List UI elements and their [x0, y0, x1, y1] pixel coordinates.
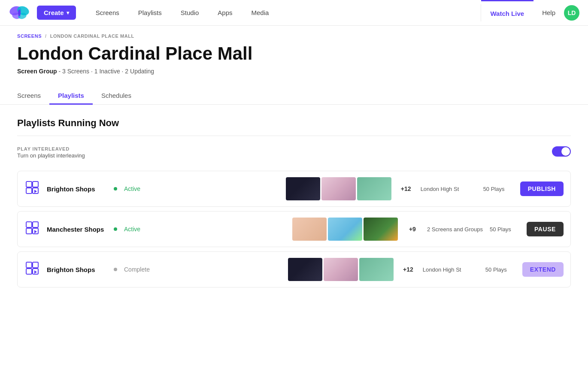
- status-label-2: Complete: [124, 266, 154, 273]
- status-label-1: Active: [124, 226, 154, 233]
- thumb-1-0: [292, 218, 327, 241]
- svg-rect-12: [26, 228, 32, 234]
- thumb-1-1: [328, 218, 362, 241]
- svg-rect-5: [26, 181, 32, 187]
- playlist-row-1: Manchester Shops Active +9 2 Screens and…: [17, 211, 571, 247]
- svg-rect-11: [33, 222, 38, 227]
- svg-point-4: [18, 9, 21, 16]
- tab-schedules[interactable]: Schedules: [93, 88, 140, 105]
- playlist-name-2: Brighton Shops: [47, 266, 107, 273]
- svg-marker-19: [34, 270, 37, 274]
- meta-detail: - 3 Screens · 1 Inactive · 2 Updating: [58, 68, 154, 75]
- navigation: Create ▾ Screens Playlists Studio Apps M…: [0, 0, 588, 26]
- avatar[interactable]: LD: [564, 5, 579, 21]
- svg-rect-6: [33, 181, 38, 187]
- pause-button-1[interactable]: PAUSE: [527, 222, 564, 236]
- tab-screens[interactable]: Screens: [17, 88, 49, 105]
- playlist-name-0: Brighton Shops: [47, 185, 107, 193]
- extra-count-2: +12: [400, 266, 416, 273]
- nav-help[interactable]: Help: [542, 9, 555, 16]
- breadcrumb-separator: /: [45, 33, 47, 39]
- interleaved-row: PLAY INTERLEAVED Turn on playlist interl…: [17, 146, 571, 159]
- svg-rect-10: [26, 222, 32, 227]
- breadcrumb: SCREENS / LONDON CARDINAL PLACE MALL: [0, 26, 588, 39]
- location-0: London High St: [421, 186, 476, 192]
- thumb-1-2: [364, 218, 398, 241]
- nav-links: Screens Playlists Studio Apps Media: [86, 0, 481, 26]
- plays-2: 50 Plays: [485, 266, 515, 273]
- playlist-row: Brighton Shops Active +12 London High St…: [17, 171, 571, 207]
- nav-screens[interactable]: Screens: [86, 0, 129, 26]
- section-divider: [17, 136, 571, 136]
- thumb-2-2: [359, 258, 394, 281]
- playlist-icon-2: [24, 261, 40, 278]
- interleaved-label: PLAY INTERLEAVED: [17, 146, 543, 151]
- create-label: Create: [44, 9, 64, 16]
- status-dot-2: [114, 268, 117, 271]
- create-button[interactable]: Create ▾: [37, 6, 76, 20]
- interleaved-description: Turn on playlist interleaving: [17, 152, 543, 159]
- plays-1: 50 Plays: [490, 226, 520, 233]
- nav-apps[interactable]: Apps: [208, 0, 242, 26]
- logo[interactable]: [9, 2, 30, 24]
- nav-watch-live[interactable]: Watch Live: [481, 0, 534, 26]
- location-2: London High St: [423, 266, 479, 273]
- interleaved-toggle[interactable]: [552, 146, 571, 157]
- svg-rect-17: [26, 269, 32, 274]
- thumb-0-0: [286, 177, 320, 200]
- status-dot-0: [114, 187, 117, 191]
- status-label-0: Active: [124, 185, 154, 192]
- nav-right: Watch Live Help LD: [481, 0, 580, 26]
- svg-marker-9: [34, 190, 37, 193]
- svg-rect-15: [26, 262, 32, 268]
- thumbnails-1: [292, 218, 398, 241]
- nav-playlists[interactable]: Playlists: [129, 0, 171, 26]
- content: Playlists Running Now PLAY INTERLEAVED T…: [0, 105, 588, 305]
- svg-marker-14: [34, 230, 37, 233]
- page-meta: Screen Group - 3 Screens · 1 Inactive · …: [17, 68, 571, 75]
- breadcrumb-current: LONDON CARDINAL PLACE MALL: [50, 33, 134, 39]
- page-header: London Cardinal Place Mall Screen Group …: [0, 39, 588, 75]
- playlist-icon-1: [24, 221, 40, 237]
- playlist-row-2: Brighton Shops Complete +12 London High …: [17, 251, 571, 287]
- status-dot-1: [114, 227, 117, 231]
- thumb-2-1: [324, 258, 358, 281]
- extra-count-1: +9: [405, 226, 420, 233]
- tab-playlists[interactable]: Playlists: [49, 88, 93, 105]
- nav-media[interactable]: Media: [242, 0, 279, 26]
- interleaved-text: PLAY INTERLEAVED Turn on playlist interl…: [17, 146, 543, 159]
- plays-0: 50 Plays: [483, 186, 513, 192]
- extra-count-0: +12: [398, 185, 414, 192]
- breadcrumb-parent[interactable]: SCREENS: [17, 33, 42, 39]
- nav-studio[interactable]: Studio: [171, 0, 209, 26]
- thumb-0-1: [321, 177, 356, 200]
- toggle-knob: [561, 147, 570, 156]
- thumb-2-0: [288, 258, 322, 281]
- extend-button-2[interactable]: EXTEND: [522, 262, 564, 277]
- section-title: Playlists Running Now: [17, 118, 571, 129]
- thumb-0-2: [357, 177, 391, 200]
- playlist-name-1: Manchester Shops: [47, 226, 107, 233]
- location-1: 2 Screens and Groups: [427, 226, 483, 233]
- playlist-icon-0: [24, 181, 40, 197]
- page-title: London Cardinal Place Mall: [17, 43, 571, 64]
- chevron-down-icon: ▾: [67, 10, 69, 16]
- thumbnails-0: [286, 177, 391, 200]
- thumbnails-2: [288, 258, 394, 281]
- svg-rect-16: [33, 262, 38, 268]
- tabs: Screens Playlists Schedules: [0, 79, 588, 105]
- publish-button-0[interactable]: PUBLISH: [520, 181, 564, 196]
- svg-rect-7: [26, 188, 32, 194]
- meta-group-label: Screen Group: [17, 68, 57, 75]
